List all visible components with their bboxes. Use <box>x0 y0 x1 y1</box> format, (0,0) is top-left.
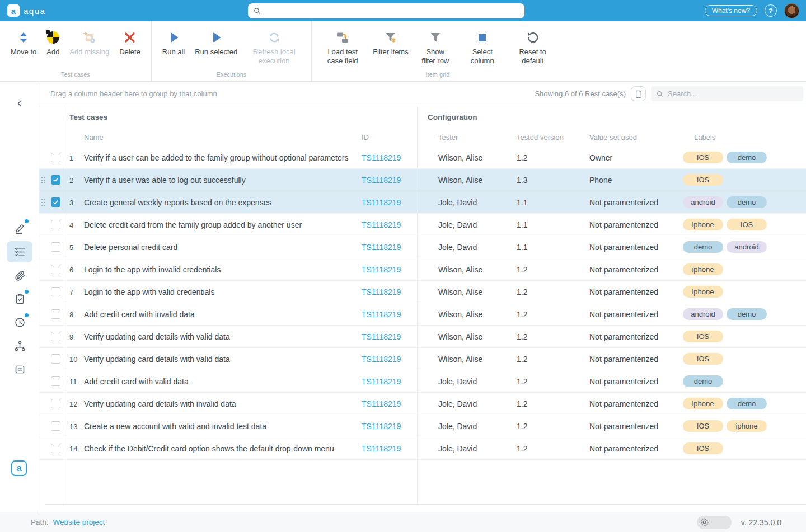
whats-new-button[interactable]: What's new? <box>705 5 757 16</box>
test-case-id-link[interactable]: TS1118219 <box>362 243 401 252</box>
table-row[interactable]: 1Verify if a user can be added to the fa… <box>39 147 806 169</box>
show-filter-row-icon <box>429 29 442 46</box>
grid-search-input[interactable] <box>668 90 798 98</box>
gear-icon <box>700 517 709 527</box>
tested-version-cell: 1.2 <box>517 153 589 162</box>
tested-version-cell: 1.2 <box>517 355 589 364</box>
row-checkbox[interactable] <box>51 220 60 229</box>
sidebar-item-executions[interactable] <box>7 288 32 309</box>
value-set-cell: Not paramenterized <box>589 265 683 274</box>
labels-cell: IOS <box>683 331 806 342</box>
value-set-cell: Owner <box>589 153 683 162</box>
move-to-button[interactable]: Move to <box>6 29 41 57</box>
label-pill: demo <box>727 308 767 320</box>
test-case-id-link[interactable]: TS1118219 <box>362 422 401 431</box>
column-header-id[interactable]: ID <box>362 133 417 142</box>
row-checkbox[interactable] <box>51 197 60 207</box>
sidebar-item-history[interactable] <box>7 312 32 333</box>
row-checkbox[interactable] <box>51 444 60 453</box>
sidebar-item-test-steps[interactable] <box>7 241 32 262</box>
test-case-id-link[interactable]: TS1118219 <box>362 153 401 162</box>
test-case-id-link[interactable]: TS1118219 <box>362 176 401 185</box>
label-pill: demo <box>727 152 767 163</box>
copy-document-button[interactable] <box>631 86 646 101</box>
tester-cell: Jole, David <box>417 243 517 252</box>
sidebar-item-attachments[interactable] <box>7 265 32 286</box>
reset-to-default-button[interactable]: Reset to default <box>508 29 558 66</box>
row-checkbox[interactable] <box>51 421 60 431</box>
row-checkbox[interactable] <box>51 376 60 386</box>
column-header-value-set-used[interactable]: Value set used <box>589 133 683 142</box>
column-header-tested-version[interactable]: Tested version <box>517 133 589 142</box>
test-case-id-link[interactable]: TS1118219 <box>362 310 401 319</box>
band-configuration: Configuration <box>428 113 477 121</box>
filter-items-button[interactable]: Filter items <box>368 29 414 57</box>
table-row[interactable]: 14Check if the Debit/Credit card option … <box>39 437 806 460</box>
drag-handle-icon[interactable] <box>41 199 45 206</box>
sidebar-item-comments[interactable] <box>7 359 32 380</box>
add-button[interactable]: Add <box>41 29 64 57</box>
label-pill: android <box>683 196 723 208</box>
grid-search[interactable] <box>651 86 803 101</box>
table-row[interactable]: 10Verify updating card details with vali… <box>39 348 806 370</box>
test-case-name: Verify if a user was able to log out suc… <box>84 176 362 185</box>
row-checkbox[interactable] <box>51 153 60 162</box>
test-case-id-link[interactable]: TS1118219 <box>362 399 401 408</box>
group-by-bar[interactable]: Drag a column header here to group by th… <box>39 82 806 106</box>
toolbar-group-label: Test cases <box>0 71 151 78</box>
test-case-id-link[interactable]: TS1118219 <box>362 377 401 386</box>
table-row[interactable]: 4Delete credit card from the family grou… <box>39 214 806 236</box>
table-row[interactable]: 12Verify updating card details with inva… <box>39 393 806 415</box>
collapse-sidebar-button[interactable] <box>12 96 27 111</box>
row-checkbox[interactable] <box>51 265 60 274</box>
row-checkbox[interactable] <box>51 309 60 319</box>
column-header-name[interactable]: Name <box>84 133 362 142</box>
row-checkbox[interactable] <box>51 354 60 364</box>
show-filter-row-button[interactable]: Show filter row <box>414 29 457 66</box>
column-header-tester[interactable]: Tester <box>417 133 517 142</box>
drag-handle-icon[interactable] <box>41 177 45 183</box>
label-pill: IOS <box>683 442 723 454</box>
row-checkbox[interactable] <box>51 399 60 408</box>
filter-items-icon <box>384 29 397 46</box>
help-icon[interactable]: ? <box>765 4 777 17</box>
row-number: 4 <box>69 221 73 229</box>
sidebar-item-description[interactable] <box>7 218 32 239</box>
test-case-id-link[interactable]: TS1118219 <box>362 332 401 341</box>
tester-cell: Jole, David <box>417 198 517 207</box>
settings-toggle[interactable] <box>697 516 732 529</box>
select-column-button[interactable]: Select column <box>457 29 508 66</box>
table-row[interactable]: 3Create general weekly reports based on … <box>39 191 806 214</box>
table-row[interactable]: 7Login to the app with valid credentials… <box>39 281 806 303</box>
test-case-id-link[interactable]: TS1118219 <box>362 444 401 453</box>
global-search-input[interactable] <box>265 7 519 15</box>
table-row[interactable]: 11Add credit card with valid dataTS11182… <box>39 370 806 393</box>
run-all-button[interactable]: Run all <box>157 29 190 57</box>
test-case-id-link[interactable]: TS1118219 <box>362 355 401 364</box>
test-case-id-link[interactable]: TS1118219 <box>362 198 401 207</box>
test-case-id-link[interactable]: TS1118219 <box>362 220 401 229</box>
table-row[interactable]: 6Login to the app with invalid credentia… <box>39 258 806 281</box>
test-case-id-link[interactable]: TS1118219 <box>362 265 401 274</box>
tester-cell: Jole, David <box>417 377 517 386</box>
global-search[interactable] <box>248 3 524 18</box>
path-project-link[interactable]: Website project <box>53 518 105 526</box>
table-row[interactable]: 13Create a new account with valid and in… <box>39 415 806 437</box>
table-row[interactable]: 2Verify if a user was able to log out su… <box>39 169 806 191</box>
sidebar-item-dependencies[interactable] <box>7 335 32 356</box>
column-header-labels[interactable]: Labels <box>683 133 806 142</box>
row-checkbox[interactable] <box>51 287 60 296</box>
row-checkbox[interactable] <box>51 175 60 185</box>
delete-button[interactable]: Delete <box>114 29 146 57</box>
table-row[interactable]: 8Add credit card with invalid dataTS1118… <box>39 303 806 326</box>
run-selected-button[interactable]: Run selected <box>190 29 242 57</box>
add-missing-icon <box>83 29 96 46</box>
table-row[interactable]: 5Delete personal credit cardTS1118219Jol… <box>39 236 806 258</box>
row-checkbox[interactable] <box>51 332 60 341</box>
test-case-id-link[interactable]: TS1118219 <box>362 288 401 296</box>
table-row[interactable]: 9Verify updating card details with valid… <box>39 326 806 348</box>
user-avatar[interactable] <box>784 3 799 18</box>
row-checkbox[interactable] <box>51 242 60 252</box>
load-test-case-field-button[interactable]: Load test case field <box>317 29 368 66</box>
labels-cell: androiddemo <box>683 196 806 208</box>
